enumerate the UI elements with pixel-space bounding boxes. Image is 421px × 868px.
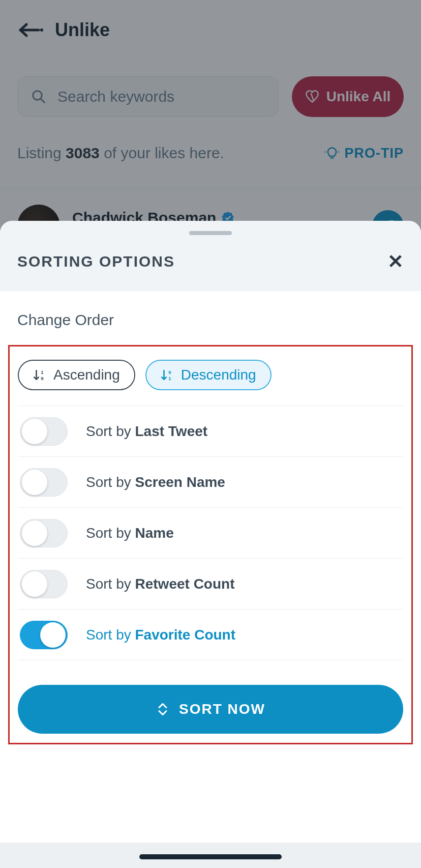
toggle-screen-name[interactable] [20,468,68,497]
sort-option-last-tweet: Sort by Last Tweet [18,406,403,457]
toggle-name[interactable] [20,519,68,547]
home-indicator-bar [0,843,421,868]
sort-icon [156,702,170,716]
sort-option-label: Sort by Screen Name [86,474,225,490]
toggle-retweet-count[interactable] [20,570,68,598]
close-icon[interactable]: ✕ [387,250,404,273]
order-toggle-group: 1 9 Ascending 9 1 Descending [18,360,403,406]
ascending-label: Ascending [53,367,120,383]
descending-pill[interactable]: 9 1 Descending [145,360,272,390]
sheet-title: SORTING OPTIONS [17,253,175,270]
sort-descending-icon: 9 1 [161,368,174,382]
toggle-favorite-count[interactable] [20,621,68,649]
sort-option-label: Sort by Favorite Count [86,627,235,643]
sheet-header: SORTING OPTIONS ✕ [0,221,421,291]
sort-now-button[interactable]: SORT NOW [18,685,403,734]
sort-now-label: SORT NOW [179,701,265,717]
svg-text:1: 1 [41,369,44,375]
sort-option-name: Sort by Name [18,508,403,559]
svg-text:9: 9 [168,369,171,375]
change-order-label: Change Order [0,291,421,345]
sort-option-label: Sort by Last Tweet [86,423,207,440]
sort-option-retweet-count: Sort by Retweet Count [18,559,403,610]
sort-ascending-icon: 1 9 [33,368,46,382]
descending-label: Descending [181,367,256,383]
ascending-pill[interactable]: 1 9 Ascending [18,360,135,390]
sort-option-screen-name: Sort by Screen Name [18,457,403,508]
sorting-options-sheet: SORTING OPTIONS ✕ Change Order 1 9 Ascen… [0,221,421,868]
svg-text:9: 9 [41,375,44,381]
svg-text:1: 1 [168,375,171,381]
home-indicator[interactable] [139,854,282,859]
sort-option-label: Sort by Name [86,525,174,541]
toggle-last-tweet[interactable] [20,417,68,446]
sort-option-label: Sort by Retweet Count [86,576,234,592]
sheet-grabber[interactable] [189,231,232,235]
highlight-frame: 1 9 Ascending 9 1 Descending Sort by Las… [8,345,413,744]
sort-option-favorite-count: Sort by Favorite Count [18,610,403,660]
